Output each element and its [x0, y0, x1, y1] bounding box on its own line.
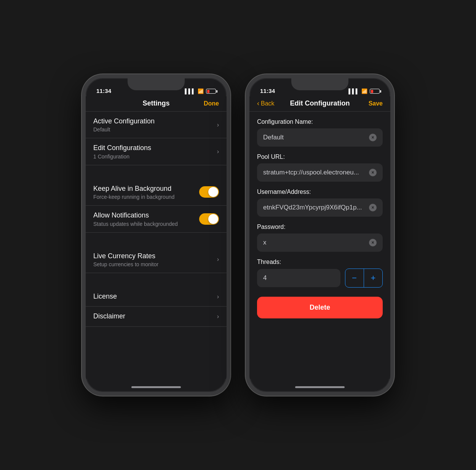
home-bar-2 [295, 386, 345, 388]
status-time-2: 11:34 [260, 88, 275, 94]
config-name-input[interactable]: Default × [257, 128, 383, 147]
active-config-chevron: › [217, 121, 219, 128]
currency-content: Live Currency Rates Setup currencies to … [93, 252, 214, 267]
keep-alive-title: Keep Alive in Background [93, 184, 199, 193]
license-item[interactable]: License › [86, 287, 227, 307]
username-input[interactable]: etnkFVQd23mYpcyrpj9X6ifQp1p... × [257, 198, 383, 217]
notch [128, 78, 185, 90]
status-icons: ▌▌▌ 📶 [185, 88, 216, 94]
notifications-subtitle: Status updates while backgrounded [93, 221, 199, 227]
phone-edit-config: 11:34 ▌▌▌ 📶 ‹ Back Edit Configuration Sa… [246, 74, 394, 396]
status-time: 11:34 [96, 88, 111, 94]
config-name-clear[interactable]: × [369, 134, 377, 141]
config-name-label: Configuration Name: [257, 118, 383, 125]
signal-icon: ▌▌▌ [185, 88, 195, 94]
nav-bar-settings: Settings Done [86, 96, 227, 111]
allow-notifications-item: Allow Notifications Status updates while… [86, 206, 227, 232]
back-button[interactable]: ‹ Back [257, 99, 280, 107]
keep-alive-thumb [208, 187, 218, 197]
username-clear[interactable]: × [369, 204, 377, 211]
threads-controls: − + [345, 269, 383, 288]
nav-bar-edit: ‹ Back Edit Configuration Save [249, 96, 390, 111]
pool-url-value: stratum+tcp://uspool.electroneu... [263, 169, 366, 176]
currency-title: Live Currency Rates [93, 252, 214, 261]
pool-url-input[interactable]: stratum+tcp://uspool.electroneu... × [257, 163, 383, 182]
wifi-icon-2: 📶 [361, 88, 367, 94]
home-indicator [86, 379, 227, 392]
active-config-title: Active Configuration [93, 117, 214, 126]
keep-alive-subtitle: Force-keep running in background [93, 194, 199, 200]
edit-form: Configuration Name: Default × Pool URL: … [249, 112, 390, 379]
license-title: License [93, 292, 214, 301]
license-content: License [93, 292, 214, 301]
edit-config-subtitle: 1 Configuration [93, 153, 214, 160]
threads-row: 4 − + [257, 269, 383, 288]
notifications-content: Allow Notifications Status updates while… [93, 211, 199, 227]
settings-list: Active Configuration Default › Edit Conf… [86, 112, 227, 379]
home-bar [131, 386, 181, 388]
license-chevron: › [217, 293, 219, 300]
battery-fill [207, 90, 209, 93]
active-config-content: Active Configuration Default [93, 117, 214, 133]
notch-2 [291, 78, 348, 90]
username-value: etnkFVQd23mYpcyrpj9X6ifQp1p... [263, 204, 366, 211]
edit-config-content: Edit Configurations 1 Configuration [93, 144, 214, 159]
home-indicator-2 [249, 379, 390, 392]
done-button[interactable]: Done [196, 100, 219, 107]
back-label: Back [261, 100, 275, 107]
battery-icon [206, 89, 216, 94]
disclaimer-title: Disclaimer [93, 312, 214, 321]
currency-rates-item[interactable]: Live Currency Rates Setup currencies to … [86, 246, 227, 273]
battery-fill-2 [371, 90, 373, 93]
threads-increment-button[interactable]: + [364, 269, 382, 287]
signal-icon-2: ▌▌▌ [348, 88, 359, 94]
notifications-toggle[interactable] [199, 213, 219, 225]
currency-chevron: › [217, 256, 219, 263]
wifi-icon: 📶 [198, 88, 204, 94]
phone-settings: 11:34 ▌▌▌ 📶 Settings Done Active Configu… [82, 74, 230, 396]
threads-label: Threads: [257, 259, 383, 265]
active-config-subtitle: Default [93, 126, 214, 133]
disclaimer-item[interactable]: Disclaimer › [86, 307, 227, 326]
spacer-2 [86, 233, 227, 246]
threads-decrement-button[interactable]: − [345, 269, 364, 287]
currency-subtitle: Setup currencies to monitor [93, 261, 214, 267]
edit-configurations-item[interactable]: Edit Configurations 1 Configuration › [86, 138, 227, 165]
threads-input[interactable]: 4 [257, 269, 340, 287]
keep-alive-content: Keep Alive in Background Force-keep runn… [93, 184, 199, 200]
spacer-1 [86, 165, 227, 179]
back-chevron-icon: ‹ [257, 99, 259, 107]
settings-title: Settings [116, 99, 196, 107]
password-input[interactable]: x × [257, 233, 383, 252]
edit-config-title: Edit Configurations [93, 144, 214, 152]
disclaimer-chevron: › [217, 313, 219, 320]
save-button[interactable]: Save [360, 100, 383, 107]
threads-value: 4 [263, 274, 267, 281]
notifications-title: Allow Notifications [93, 211, 199, 220]
pool-url-clear[interactable]: × [369, 169, 377, 176]
keep-alive-toggle[interactable] [199, 186, 219, 198]
battery-icon-2 [370, 89, 380, 94]
keep-alive-item: Keep Alive in Background Force-keep runn… [86, 179, 227, 206]
edit-config-chevron: › [217, 148, 219, 155]
edit-config-nav-title: Edit Configuration [280, 99, 360, 107]
password-value: x [263, 239, 366, 246]
notifications-thumb [208, 214, 218, 224]
disclaimer-content: Disclaimer [93, 312, 214, 321]
password-label: Password: [257, 224, 383, 230]
spacer-3 [86, 273, 227, 287]
password-clear[interactable]: × [369, 239, 377, 246]
delete-button[interactable]: Delete [257, 297, 383, 318]
status-icons-2: ▌▌▌ 📶 [348, 88, 380, 94]
active-configuration-item[interactable]: Active Configuration Default › [86, 112, 227, 138]
username-label: Username/Address: [257, 189, 383, 195]
pool-url-label: Pool URL: [257, 153, 383, 160]
config-name-value: Default [263, 134, 366, 141]
